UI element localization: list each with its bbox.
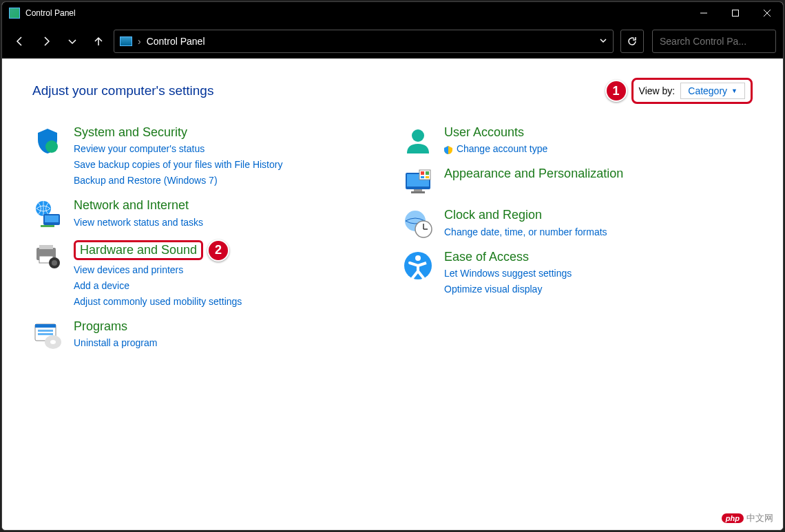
svg-rect-1: [733, 10, 739, 17]
svg-rect-19: [38, 333, 53, 335]
highlight-hardware: Hardware and Sound: [74, 240, 203, 260]
link-review-status[interactable]: Review your computer's status: [74, 142, 282, 156]
category-ease-access: Ease of Access Let Windows suggest setti…: [403, 249, 753, 297]
annotation-badge-2: 2: [207, 240, 229, 262]
link-change-account[interactable]: Change account type: [444, 142, 547, 156]
up-button[interactable]: [87, 30, 109, 52]
search-box[interactable]: [652, 30, 776, 53]
app-icon: [9, 8, 20, 19]
viewby-container: View by: Category ▼: [631, 78, 753, 104]
link-add-device[interactable]: Add a device: [74, 279, 242, 293]
category-title-network[interactable]: Network and Internet: [74, 198, 203, 213]
shield-icon: [32, 126, 63, 156]
window-title: Control Panel: [25, 8, 688, 18]
svg-rect-10: [41, 225, 54, 227]
link-optimize-display[interactable]: Optimize visual display: [444, 282, 572, 297]
svg-rect-18: [38, 330, 53, 332]
recent-dropdown-button[interactable]: [61, 30, 83, 52]
user-icon: [403, 126, 433, 156]
location-icon: [120, 36, 132, 46]
svg-rect-30: [421, 176, 424, 178]
watermark: php 中文网: [722, 512, 773, 524]
minimize-button[interactable]: [688, 2, 720, 24]
address-bar[interactable]: › Control Panel: [114, 30, 614, 53]
link-network-status[interactable]: View network status and tasks: [74, 215, 203, 230]
uac-shield-icon: [444, 146, 452, 154]
viewby-dropdown[interactable]: Category ▼: [680, 83, 745, 99]
link-backup-restore[interactable]: Backup and Restore (Windows 7): [74, 173, 282, 188]
link-mobility-settings[interactable]: Adjust commonly used mobility settings: [74, 295, 242, 309]
watermark-badge: php: [722, 513, 744, 523]
control-panel-window: Control Panel › Control Panel Adjust you…: [1, 1, 784, 531]
category-title-hardware[interactable]: Hardware and Sound: [80, 243, 197, 257]
svg-rect-29: [426, 171, 429, 175]
category-system-security: System and Security Review your computer…: [32, 125, 382, 188]
right-column: User Accounts Change account type Appear…: [403, 125, 753, 350]
back-button[interactable]: [9, 30, 31, 52]
window-controls: [688, 2, 783, 24]
category-programs: Programs Uninstall a program: [32, 319, 382, 350]
watermark-text: 中文网: [746, 512, 773, 524]
clock-globe-icon: [403, 209, 433, 239]
viewby-value: Category: [688, 85, 727, 96]
search-input[interactable]: [660, 36, 780, 47]
maximize-button[interactable]: [720, 2, 751, 24]
svg-point-37: [415, 255, 421, 261]
category-title-system[interactable]: System and Security: [74, 125, 282, 140]
chevron-down-icon: ▼: [731, 87, 737, 94]
category-title-ease[interactable]: Ease of Access: [444, 249, 572, 265]
category-hardware-sound: Hardware and Sound 2 View devices and pr…: [32, 240, 382, 309]
content-area: Adjust your computer's settings 1 View b…: [2, 58, 783, 530]
svg-rect-25: [414, 189, 422, 191]
link-devices-printers[interactable]: View devices and printers: [74, 263, 242, 277]
category-user-accounts: User Accounts Change account type: [403, 125, 753, 156]
svg-rect-28: [421, 171, 424, 175]
category-title-appearance[interactable]: Appearance and Personalization: [444, 166, 623, 182]
forward-button[interactable]: [35, 30, 57, 52]
link-suggest-settings[interactable]: Let Windows suggest settings: [444, 266, 572, 281]
category-appearance: Appearance and Personalization: [403, 166, 753, 198]
address-dropdown-button[interactable]: [599, 36, 607, 47]
programs-icon: [32, 320, 63, 350]
category-network-internet: Network and Internet View network status…: [32, 198, 382, 229]
accessibility-icon: [403, 251, 433, 281]
svg-rect-26: [411, 191, 425, 193]
svg-point-15: [52, 260, 57, 266]
refresh-button[interactable]: [620, 30, 644, 53]
category-title-users[interactable]: User Accounts: [444, 125, 547, 140]
categories-grid: System and Security Review your computer…: [32, 125, 753, 350]
svg-point-22: [412, 129, 424, 142]
category-title-programs[interactable]: Programs: [74, 319, 157, 334]
svg-rect-12: [39, 245, 53, 249]
viewby-label: View by:: [639, 85, 676, 96]
printer-camera-icon: [32, 241, 63, 271]
svg-rect-9: [45, 215, 59, 222]
category-title-clock[interactable]: Clock and Region: [444, 207, 607, 223]
link-uninstall[interactable]: Uninstall a program: [74, 336, 157, 350]
svg-rect-17: [35, 324, 56, 328]
svg-point-21: [50, 340, 56, 344]
page-heading: Adjust your computer's settings: [32, 83, 213, 98]
svg-rect-31: [426, 176, 429, 178]
address-path: Control Panel: [147, 36, 594, 47]
link-file-history[interactable]: Save backup copies of your files with Fi…: [74, 158, 282, 172]
link-date-time-formats[interactable]: Change date, time, or number formats: [444, 225, 607, 240]
navigation-bar: › Control Panel: [2, 24, 783, 58]
globe-monitor-icon: [32, 199, 63, 229]
chevron-right-icon: ›: [138, 36, 141, 47]
close-button[interactable]: [751, 2, 783, 24]
category-clock-region: Clock and Region Change date, time, or n…: [403, 207, 753, 239]
titlebar: Control Panel: [2, 2, 783, 24]
annotation-badge-1: 1: [605, 80, 627, 102]
svg-point-6: [45, 140, 58, 153]
header-row: Adjust your computer's settings 1 View b…: [32, 78, 753, 104]
monitor-icon: [403, 167, 433, 198]
left-column: System and Security Review your computer…: [32, 125, 382, 350]
